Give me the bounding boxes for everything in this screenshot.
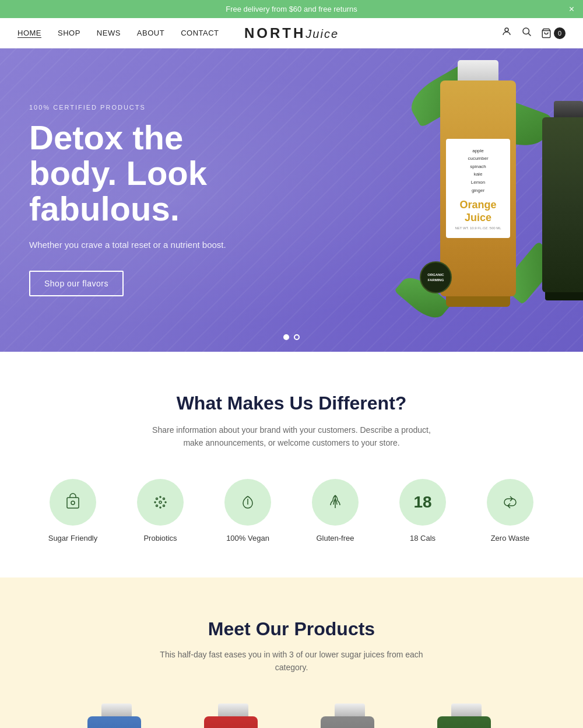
slider-dots [283,334,300,340]
svg-point-11 [160,496,161,498]
svg-point-9 [156,505,158,506]
svg-point-0 [505,28,508,32]
feature-label-vegan: 100% Vegan [226,534,269,542]
bottle-label: applecucumberspinachkaleLemonginger Oran… [446,139,510,239]
announcement-bar: Free delivery from $60 and free returns … [0,0,583,18]
logo-north: NORTH [244,25,305,41]
prod-bottle-cap-gray [335,704,365,716]
bottle-body: applecucumberspinachkaleLemonginger Oran… [440,80,516,296]
section-different: What Makes Us Different? Share informati… [0,352,583,578]
svg-point-6 [159,501,161,503]
dark-bottle-cap [554,101,583,117]
search-icon-button[interactable] [521,26,532,40]
user-icon-button[interactable] [501,26,512,40]
feature-icon-zero-waste [487,479,533,526]
hero-cta-button[interactable]: Shop our flavors [29,271,124,296]
nav-shop[interactable]: SHOP [58,29,80,37]
bottle-juice-name: OrangeJuice [452,199,504,224]
hero-title-line2: fabulous. [29,190,180,228]
announcement-close-button[interactable]: × [569,4,574,15]
logo-juice: Juice [305,27,339,40]
hero-subtitle: Whether you crave a total reset or a nut… [29,239,274,252]
cart-count: 0 [554,27,566,39]
announcement-text: Free delivery from $60 and free returns [226,5,357,13]
bottle-cap [458,60,498,80]
svg-point-1 [523,28,529,34]
dark-bottle-body [542,117,583,292]
prod-bottle-body-red: parsleygingerapplekalebeetcurrent BloodO… [204,716,258,728]
cart-icon-button[interactable]: 0 [541,27,566,39]
feature-probiotics: Probiotics [128,479,192,542]
feature-label-sugar-friendly: Sugar Friendly [48,534,98,542]
feature-gluten-free: Gluten-free [303,479,367,542]
bottle-ingredients: applecucumberspinachkaleLemonginger [452,147,504,195]
prod-bottle-body-blue: grapefruitcoconutwaterapplecucumberacero… [87,716,141,728]
feature-icon-gluten-free [312,479,359,526]
nav-home[interactable]: HOME [17,29,41,37]
prod-bottle-body-green: celerygrapefruitlettucespinachparsleymin… [437,716,491,728]
prod-bottle-cap-green [451,704,482,716]
hero-title: Detox the body. Look fabulous. [29,120,274,227]
product-card-blood-orange[interactable]: parsleygingerapplekalebeetcurrent BloodO… [181,704,286,728]
bottle-net-weight: NET WT. 10.9 FL.OZ. 500 ML [452,226,504,230]
svg-point-12 [160,507,161,508]
svg-rect-4 [67,498,79,508]
features-grid: Sugar Friendly Probiotics 100% Vegan [23,479,560,542]
svg-point-14 [165,502,166,503]
nav-news[interactable]: NEWS [97,29,121,37]
products-title: Meet Our Products [23,618,560,640]
feature-icon-18-cals: 18 [399,479,446,526]
section-products: Meet Our Products This half-day fast eas… [0,578,583,728]
main-juice-bottle: applecucumberspinachkaleLemonginger Oran… [431,60,525,340]
hero-title-line1: Detox the body. Look [29,118,207,192]
hero-content: 100% CERTIFIED PRODUCTS Detox the body. … [0,69,303,331]
dark-juice-bottle [542,101,583,300]
feature-sugar-friendly: Sugar Friendly [41,479,105,542]
different-description: Share information about your brand with … [146,424,437,450]
feature-vegan: 100% Vegan [216,479,280,542]
nav-right: 0 [501,26,566,40]
different-title: What Makes Us Different? [23,393,560,414]
feature-icon-vegan [224,479,271,526]
feature-label-18-cals: 18 Cals [410,534,436,542]
products-grid: grapefruitcoconutwaterapplecucumberacero… [23,704,560,728]
feature-label-zero-waste: Zero Waste [491,534,530,542]
dark-bottle-bottom [545,292,583,300]
feature-label-probiotics: Probiotics [143,534,177,542]
svg-point-5 [71,501,75,505]
prod-bottle-cap-blue [101,704,132,716]
hero-image-area: applecucumberspinachkaleLemonginger Oran… [292,48,583,352]
feature-label-gluten-free: Gluten-free [316,534,354,542]
product-card-vanilla-cream[interactable]: mintgrapefruitlettucecucumberlemoncurren… [297,704,402,728]
feature-18-cals: 18 18 Cals [391,479,455,542]
feature-icon-sugar-friendly [50,479,96,526]
nav-left: HOME SHOP NEWS ABOUT CONTACT [17,29,219,37]
svg-point-13 [154,502,156,503]
svg-point-8 [163,498,165,499]
slider-dot-2[interactable] [294,334,300,340]
feature-icon-probiotics [137,479,184,526]
products-description: This half-day fast eases you in with 3 o… [146,648,437,674]
svg-line-2 [528,33,531,36]
logo[interactable]: NORTHJuice [244,25,339,41]
hero-badge: 100% CERTIFIED PRODUCTS [29,104,274,111]
slider-dot-1[interactable] [283,334,289,340]
prod-bottle-cap-red [218,704,248,716]
bottle-bottom [446,296,510,307]
feature-zero-waste: Zero Waste [478,479,542,542]
svg-point-10 [163,505,165,506]
hero-section: 100% CERTIFIED PRODUCTS Detox the body. … [0,48,583,352]
svg-point-7 [156,498,158,499]
product-card-power-box[interactable]: celerygrapefruitlettucespinachparsleymin… [414,704,519,728]
nav-about[interactable]: ABOUT [137,29,164,37]
nav-contact[interactable]: CONTACT [181,29,219,37]
product-card-blue-magic[interactable]: grapefruitcoconutwaterapplecucumberacero… [64,704,169,728]
prod-bottle-body-gray: mintgrapefruitlettucecucumberlemoncurren… [321,716,374,728]
header: HOME SHOP NEWS ABOUT CONTACT NORTHJuice … [0,18,583,48]
organic-badge: ORGANICFARMING [420,261,452,293]
